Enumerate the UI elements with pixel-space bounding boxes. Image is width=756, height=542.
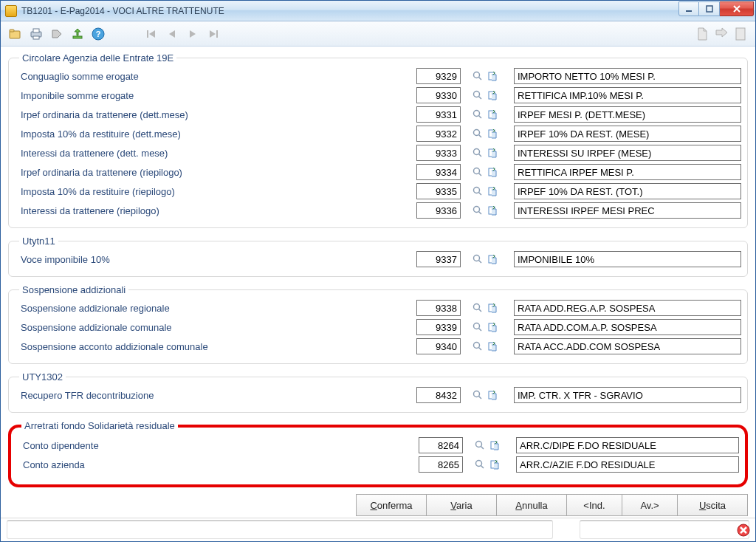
detail-icon[interactable] [487, 205, 498, 216]
description-field: IMPORTO NETTO 10% MESI P. [514, 68, 741, 84]
statusbar [1, 518, 755, 541]
nav-last-button[interactable] [205, 25, 222, 43]
close-button[interactable] [720, 1, 754, 16]
search-icon[interactable] [472, 254, 483, 264]
code-input[interactable] [416, 87, 461, 103]
search-icon[interactable] [472, 148, 483, 158]
search-icon[interactable] [472, 322, 483, 332]
search-icon[interactable] [475, 440, 485, 450]
field-label: Sospensione acconto addizionale comunale [15, 341, 413, 352]
nav-next-button[interactable] [184, 25, 202, 43]
detail-icon[interactable] [487, 322, 498, 332]
svg-rect-0 [686, 10, 692, 12]
print-button[interactable] [27, 25, 45, 43]
detail-icon[interactable] [487, 148, 498, 158]
svg-line-35 [479, 212, 482, 215]
search-icon[interactable] [472, 71, 483, 81]
field-row: Voce imponibile 10%IMPONIBILE 10% [15, 250, 741, 269]
detail-icon[interactable] [489, 440, 500, 450]
detail-icon[interactable] [487, 128, 498, 139]
detail-icon[interactable] [487, 167, 498, 177]
search-icon[interactable] [472, 303, 483, 313]
detail-icon[interactable] [487, 71, 498, 81]
code-input[interactable] [416, 183, 461, 199]
detail-icon[interactable] [487, 90, 498, 100]
export-button[interactable] [69, 25, 86, 43]
forward-button[interactable] [712, 25, 730, 43]
page-button[interactable] [732, 25, 749, 43]
tag-button[interactable] [48, 25, 66, 43]
svg-line-23 [479, 135, 482, 138]
window-controls [678, 1, 754, 16]
detail-icon[interactable] [487, 109, 498, 120]
svg-point-52 [476, 442, 482, 447]
detail-icon[interactable] [487, 390, 498, 400]
description-field: IMPONIBILE 10% [514, 251, 741, 267]
open-button[interactable] [7, 25, 24, 43]
code-input[interactable] [416, 164, 461, 180]
exit-button[interactable]: Uscita [677, 494, 748, 516]
detail-icon[interactable] [487, 254, 498, 264]
search-icon[interactable] [475, 459, 485, 470]
nav-prev-button[interactable] [163, 25, 181, 43]
field-label: Conto dipendente [17, 440, 416, 451]
code-input[interactable] [419, 456, 463, 473]
svg-point-37 [474, 255, 480, 261]
svg-line-17 [479, 97, 482, 100]
app-window: TB1201 - E-Pag2014 - VOCI ALTRE TRATTENU… [0, 0, 756, 542]
code-input[interactable] [416, 126, 461, 142]
group-2: Sospensione addizionaliSospensione addiz… [8, 284, 748, 364]
search-icon[interactable] [472, 128, 483, 139]
description-field: IRPEF MESI P. (DETT.MESE) [514, 106, 741, 123]
detail-icon[interactable] [487, 341, 498, 351]
maximize-button[interactable] [699, 1, 720, 16]
detail-icon[interactable] [487, 303, 498, 313]
search-icon[interactable] [472, 390, 483, 400]
search-icon[interactable] [472, 90, 483, 100]
status-left [7, 520, 553, 539]
group-legend: Arretrati fondo Solidarietà residuale [21, 420, 178, 431]
search-icon[interactable] [472, 205, 483, 216]
search-icon[interactable] [472, 186, 483, 196]
minimize-button[interactable] [678, 1, 699, 16]
detail-icon[interactable] [489, 459, 500, 470]
svg-line-44 [479, 329, 482, 332]
code-input[interactable] [416, 300, 461, 316]
description-field: IMP. CTR. X TFR - SGRAVIO [514, 387, 741, 403]
vary-button[interactable]: Varia [426, 494, 497, 516]
svg-line-20 [479, 116, 482, 119]
doc-button[interactable] [693, 25, 711, 43]
code-input[interactable] [416, 338, 461, 354]
description-field: RETTIFICA IMP.10% MESI P. [514, 87, 741, 103]
svg-point-34 [474, 207, 480, 213]
svg-point-40 [474, 304, 480, 310]
search-icon[interactable] [472, 341, 483, 351]
field-row: Interessi da trattenere (dett. mese)INTE… [15, 143, 741, 162]
field-label: Imponibile somme erogate [15, 90, 413, 101]
code-input[interactable] [416, 68, 461, 84]
code-input[interactable] [416, 387, 461, 403]
code-input[interactable] [416, 145, 461, 161]
cancel-button[interactable]: Annulla [496, 494, 567, 516]
confirm-button[interactable]: Conferma [356, 494, 427, 516]
svg-rect-1 [707, 6, 712, 12]
next-button[interactable]: Av.> [622, 494, 678, 516]
svg-line-32 [479, 193, 482, 196]
code-input[interactable] [416, 106, 461, 123]
nav-first-button[interactable] [142, 25, 160, 43]
description-field: INTERESSI SU IRPEF (MESE) [514, 145, 741, 161]
field-row: Sospensione acconto addizionale comunale… [15, 337, 741, 356]
description-field: INTERESSI IRPEF MESI PREC [514, 202, 741, 219]
code-input[interactable] [416, 251, 461, 267]
search-icon[interactable] [472, 167, 483, 177]
description-field: RATA ADD.REG.A.P. SOSPESA [514, 300, 741, 316]
group-0: Circolare Agenzia delle Entrate 19ECongu… [8, 52, 748, 228]
search-icon[interactable] [472, 109, 483, 120]
back-button[interactable]: <Ind. [566, 494, 622, 516]
detail-icon[interactable] [487, 186, 498, 196]
field-row: Imposta 10% da restituire (riepilogo)IRP… [15, 182, 741, 201]
code-input[interactable] [416, 319, 461, 335]
code-input[interactable] [419, 437, 463, 453]
help-button[interactable]: ? [89, 25, 107, 43]
code-input[interactable] [416, 202, 461, 219]
